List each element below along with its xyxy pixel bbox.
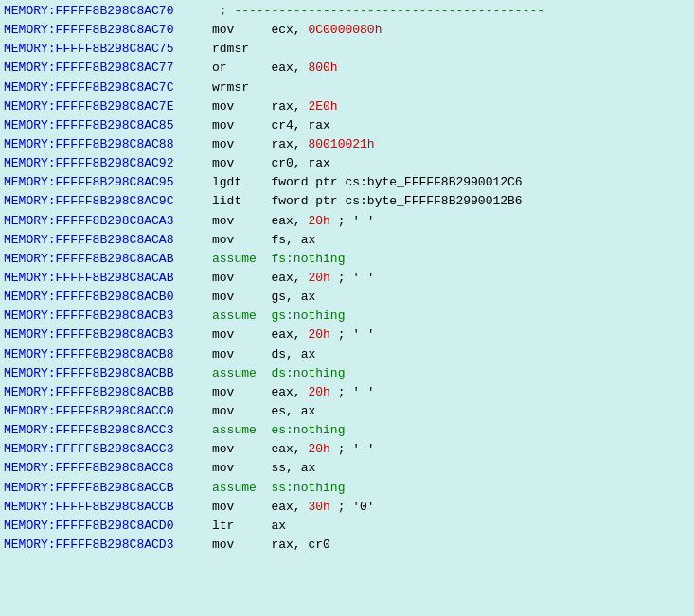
mnemonic: mov [212,269,271,288]
operand-value: 20h [308,326,329,344]
mnemonic: rdmsr [212,40,271,59]
operand-prefix: eax, [271,383,308,402]
address: MEMORY:FFFFF8B298C8ACD0 [4,517,212,536]
operand-value: 800h [308,59,337,78]
operand-prefix: eax, [271,59,308,78]
mnemonic: mov [212,97,271,116]
code-line: MEMORY:FFFFF8B298C8ACABassume fs:nothing [4,250,690,269]
operand-comment: ; ' ' [330,269,375,288]
address: MEMORY:FFFFF8B298C8AC70 [4,21,212,40]
address: MEMORY:FFFFF8B298C8ACD3 [4,536,212,554]
code-line: MEMORY:FFFFF8B298C8ACCBmov eax, 30h ; '0… [4,498,690,517]
mnemonic: mov [212,440,271,459]
operand: fword ptr cs:byte_FFFFF8B2990012B6 [271,192,522,211]
address: MEMORY:FFFFF8B298C8ACCB [4,498,212,517]
address: MEMORY:FFFFF8B298C8AC75 [4,40,212,59]
operand-assume: ds:nothing [271,364,345,383]
mnemonic: or [212,59,271,78]
operand-value: 0C0000080h [308,21,382,40]
disassembly-view: MEMORY:FFFFF8B298C8AC70 ; --------------… [0,0,694,616]
mnemonic: mov [212,116,271,135]
address: MEMORY:FFFFF8B298C8ACAB [4,250,212,269]
address: MEMORY:FFFFF8B298C8AC70 [4,2,212,21]
operand-value: 80010021h [308,135,374,154]
operand-comment: ; ' ' [330,440,375,459]
code-line: MEMORY:FFFFF8B298C8ACD3mov rax, cr0 [4,536,690,554]
code-line: MEMORY:FFFFF8B298C8AC85mov cr4, rax [4,116,690,135]
code-line: MEMORY:FFFFF8B298C8ACC8mov ss, ax [4,459,690,478]
operand-prefix: eax, [271,440,308,459]
operand: ds, ax [271,345,315,364]
mnemonic: mov [212,326,271,344]
code-line: MEMORY:FFFFF8B298C8ACC0mov es, ax [4,402,690,421]
address: MEMORY:FFFFF8B298C8ACB0 [4,288,212,307]
operand: gs, ax [271,288,315,307]
operand: cr4, rax [271,116,329,135]
address: MEMORY:FFFFF8B298C8ACC3 [4,440,212,459]
mnemonic: ltr [212,517,271,536]
mnemonic: assume [212,479,271,498]
code-line: MEMORY:FFFFF8B298C8ACC3assume es:nothing [4,421,690,440]
code-line: MEMORY:FFFFF8B298C8AC9Clidt fword ptr cs… [4,192,690,211]
operand-assume: es:nothing [271,421,345,440]
operand: ss, ax [271,459,315,478]
code-line: MEMORY:FFFFF8B298C8ACBBassume ds:nothing [4,364,690,383]
code-line: MEMORY:FFFFF8B298C8AC7Cwrmsr [4,79,690,97]
address: MEMORY:FFFFF8B298C8ACC8 [4,459,212,478]
code-line: MEMORY:FFFFF8B298C8ACB3assume gs:nothing [4,307,690,326]
mnemonic: mov [212,154,271,173]
code-line: MEMORY:FFFFF8B298C8ACB8mov ds, ax [4,345,690,364]
mnemonic: mov [212,135,271,154]
operand-value: 2E0h [308,97,337,116]
address: MEMORY:FFFFF8B298C8ACA8 [4,231,212,250]
code-line: MEMORY:FFFFF8B298C8AC70 ; --------------… [4,2,690,21]
mnemonic: mov [212,383,271,402]
operand-value: 20h [308,269,329,288]
address: MEMORY:FFFFF8B298C8AC77 [4,59,212,78]
address: MEMORY:FFFFF8B298C8AC95 [4,173,212,192]
mnemonic: mov [212,231,271,250]
operand-prefix: eax, [271,269,308,288]
address: MEMORY:FFFFF8B298C8AC85 [4,116,212,135]
address: MEMORY:FFFFF8B298C8AC88 [4,135,212,154]
address: MEMORY:FFFFF8B298C8AC9C [4,192,212,211]
address: MEMORY:FFFFF8B298C8ACBB [4,364,212,383]
code-line: MEMORY:FFFFF8B298C8AC92mov cr0, rax [4,154,690,173]
code-line: MEMORY:FFFFF8B298C8AC70mov ecx, 0C000008… [4,21,690,40]
address: MEMORY:FFFFF8B298C8ACC0 [4,402,212,421]
operand: cr0, rax [271,154,329,173]
mnemonic: assume [212,250,271,269]
code-line: MEMORY:FFFFF8B298C8AC88mov rax, 80010021… [4,135,690,154]
mnemonic: mov [212,21,271,40]
code-line: MEMORY:FFFFF8B298C8AC95lgdt fword ptr cs… [4,173,690,192]
address: MEMORY:FFFFF8B298C8AC7E [4,97,212,116]
address: MEMORY:FFFFF8B298C8ACB3 [4,307,212,326]
code-line: MEMORY:FFFFF8B298C8ACC3mov eax, 20h ; ' … [4,440,690,459]
operand-comment: ; '0' [330,498,375,517]
operand-prefix: eax, [271,212,308,231]
operand: rax, cr0 [271,536,329,554]
address: MEMORY:FFFFF8B298C8AC7C [4,79,212,97]
code-line: MEMORY:FFFFF8B298C8AC75rdmsr [4,40,690,59]
address: MEMORY:FFFFF8B298C8ACB8 [4,345,212,364]
code-line: MEMORY:FFFFF8B298C8ACABmov eax, 20h ; ' … [4,269,690,288]
separator-comment: ; --------------------------------------… [212,2,544,21]
code-line: MEMORY:FFFFF8B298C8ACA8mov fs, ax [4,231,690,250]
address: MEMORY:FFFFF8B298C8ACB3 [4,326,212,344]
code-line: MEMORY:FFFFF8B298C8ACB3mov eax, 20h ; ' … [4,326,690,344]
operand-comment: ; ' ' [330,383,375,402]
operand: fword ptr cs:byte_FFFFF8B2990012C6 [271,173,522,192]
address: MEMORY:FFFFF8B298C8ACCB [4,479,212,498]
operand: fs, ax [271,231,315,250]
code-line: MEMORY:FFFFF8B298C8ACA3mov eax, 20h ; ' … [4,212,690,231]
code-line: MEMORY:FFFFF8B298C8ACB0mov gs, ax [4,288,690,307]
mnemonic: assume [212,364,271,383]
code-line: MEMORY:FFFFF8B298C8ACBBmov eax, 20h ; ' … [4,383,690,402]
mnemonic: mov [212,212,271,231]
operand-value: 30h [308,498,329,517]
mnemonic: assume [212,421,271,440]
mnemonic: mov [212,288,271,307]
code-line: MEMORY:FFFFF8B298C8AC77or eax, 800h [4,59,690,78]
mnemonic: mov [212,498,271,517]
code-line: MEMORY:FFFFF8B298C8ACD0ltr ax [4,517,690,536]
